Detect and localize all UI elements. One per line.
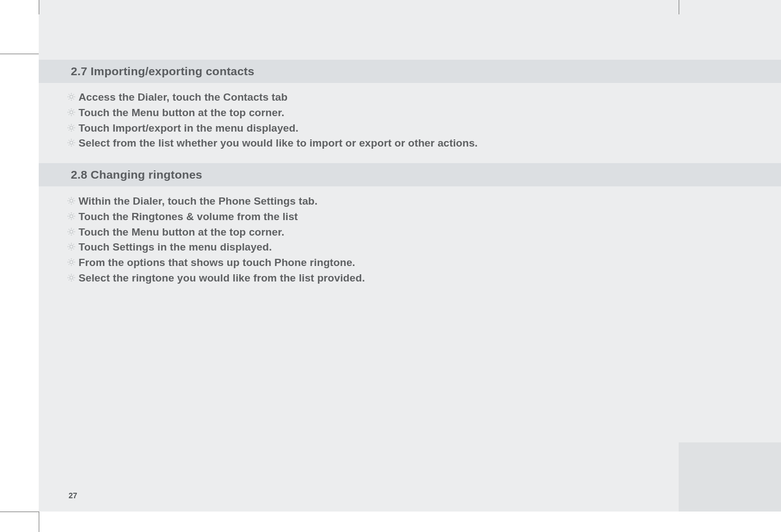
sun-bullet-icon xyxy=(67,258,75,266)
sun-bullet-icon xyxy=(67,93,75,101)
cropmark-top-right-vertical xyxy=(679,0,679,14)
svg-line-43 xyxy=(69,203,70,204)
list-item: Touch the Menu button at the top corner. xyxy=(67,106,478,119)
svg-line-35 xyxy=(74,140,75,141)
svg-line-23 xyxy=(69,125,70,126)
page-number: 27 xyxy=(69,491,77,500)
sun-bullet-icon xyxy=(67,139,75,147)
svg-line-60 xyxy=(74,233,75,234)
svg-point-81 xyxy=(70,276,73,279)
list-item-text: Touch Settings in the menu displayed. xyxy=(79,241,272,254)
svg-line-71 xyxy=(74,244,75,245)
svg-line-32 xyxy=(69,140,70,141)
list-item: Touch Import/export in the menu displaye… xyxy=(67,122,478,135)
section-heading-changing-ringtones: 2.8 Changing ringtones xyxy=(39,163,781,186)
svg-line-51 xyxy=(74,218,75,219)
section-heading-importing-exporting: 2.7 Importing/exporting contacts xyxy=(39,60,781,83)
svg-point-0 xyxy=(70,95,73,98)
svg-line-70 xyxy=(69,249,70,250)
list-item: Touch Settings in the menu displayed. xyxy=(67,241,365,254)
svg-point-36 xyxy=(70,199,73,202)
svg-line-34 xyxy=(69,145,70,146)
svg-point-27 xyxy=(70,141,73,144)
svg-line-77 xyxy=(69,259,70,260)
sun-bullet-icon xyxy=(67,243,75,251)
svg-line-78 xyxy=(74,264,75,265)
svg-line-86 xyxy=(69,275,70,276)
svg-line-59 xyxy=(69,229,70,230)
svg-line-6 xyxy=(74,99,75,100)
svg-line-87 xyxy=(74,279,75,280)
svg-point-54 xyxy=(70,230,73,233)
svg-line-88 xyxy=(69,279,70,280)
cropmark-bottom-left-vertical xyxy=(39,512,39,532)
svg-line-62 xyxy=(74,229,75,230)
svg-point-45 xyxy=(70,215,73,218)
list-item-text: Select from the list whether you would l… xyxy=(79,137,478,150)
svg-line-79 xyxy=(69,264,70,265)
svg-line-50 xyxy=(69,213,70,215)
list-item: Select from the list whether you would l… xyxy=(67,137,478,150)
svg-line-14 xyxy=(69,109,70,111)
svg-point-9 xyxy=(70,111,73,114)
svg-line-41 xyxy=(69,198,70,199)
svg-line-44 xyxy=(74,198,75,199)
svg-line-17 xyxy=(74,109,75,111)
sun-bullet-icon xyxy=(67,228,75,236)
svg-line-33 xyxy=(74,145,75,146)
svg-line-80 xyxy=(74,259,75,260)
svg-line-25 xyxy=(69,129,70,131)
svg-line-8 xyxy=(74,94,75,95)
list-item-text: Touch Import/export in the menu displaye… xyxy=(79,122,299,135)
svg-line-7 xyxy=(69,99,70,100)
svg-line-26 xyxy=(74,125,75,126)
svg-line-15 xyxy=(74,114,75,115)
steps-list-changing-ringtones: Within the Dialer, touch the Phone Setti… xyxy=(67,195,365,287)
section-heading-text: 2.8 Changing ringtones xyxy=(71,168,202,181)
section-heading-text: 2.7 Importing/exporting contacts xyxy=(71,65,254,78)
svg-line-89 xyxy=(74,275,75,276)
svg-point-18 xyxy=(70,126,73,129)
sun-bullet-icon xyxy=(67,212,75,220)
svg-line-68 xyxy=(69,244,70,245)
page-right-shadow xyxy=(679,442,781,512)
list-item-text: Within the Dialer, touch the Phone Setti… xyxy=(79,195,317,208)
svg-line-42 xyxy=(74,203,75,204)
list-item-text: Touch the Menu button at the top corner. xyxy=(79,106,284,119)
list-item: Within the Dialer, touch the Phone Setti… xyxy=(67,195,365,208)
sun-bullet-icon xyxy=(67,124,75,132)
list-item: Touch the Menu button at the top corner. xyxy=(67,226,365,239)
list-item-text: Touch the Menu button at the top corner. xyxy=(79,226,284,239)
list-item-text: From the options that shows up touch Pho… xyxy=(79,256,355,269)
svg-line-53 xyxy=(74,213,75,215)
sun-bullet-icon xyxy=(67,108,75,116)
cropmark-bottom-left-horizontal xyxy=(0,512,39,512)
svg-line-24 xyxy=(74,129,75,131)
sun-bullet-icon xyxy=(67,274,75,281)
list-item: From the options that shows up touch Pho… xyxy=(67,256,365,269)
svg-point-63 xyxy=(70,245,73,248)
svg-line-69 xyxy=(74,249,75,250)
list-item-text: Access the Dialer, touch the Contacts ta… xyxy=(79,91,288,104)
svg-point-72 xyxy=(70,260,73,264)
steps-list-importing-exporting: Access the Dialer, touch the Contacts ta… xyxy=(67,91,478,152)
sun-bullet-icon xyxy=(67,197,75,205)
list-item-text: Select the ringtone you would like from … xyxy=(79,272,365,285)
list-item: Select the ringtone you would like from … xyxy=(67,272,365,285)
svg-line-5 xyxy=(69,94,70,95)
svg-line-16 xyxy=(69,114,70,115)
svg-line-61 xyxy=(69,233,70,234)
svg-line-52 xyxy=(69,218,70,219)
list-item-text: Touch the Ringtones & volume from the li… xyxy=(79,210,298,223)
list-item: Access the Dialer, touch the Contacts ta… xyxy=(67,91,478,104)
cropmark-top-left-horizontal xyxy=(0,54,39,54)
list-item: Touch the Ringtones & volume from the li… xyxy=(67,210,365,223)
cropmark-top-left-vertical xyxy=(39,0,39,14)
